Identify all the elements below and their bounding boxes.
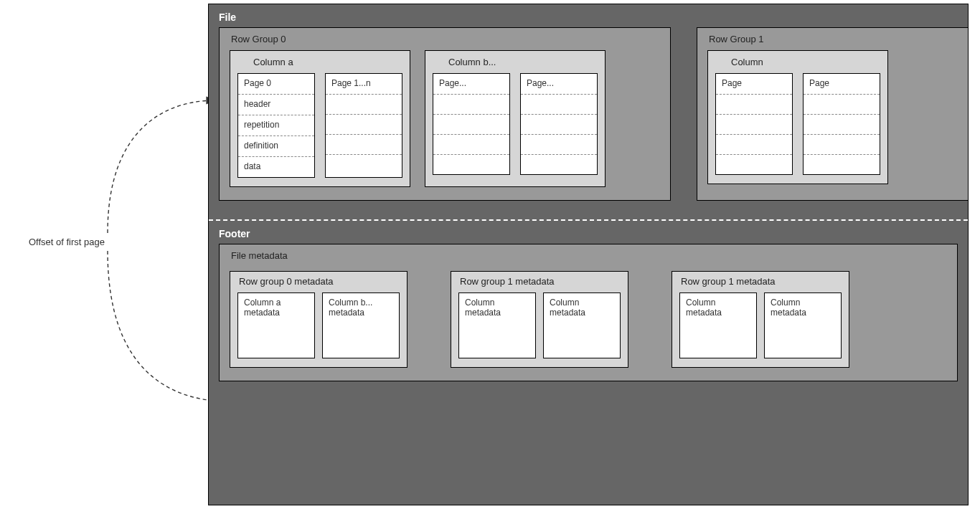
page-segment-header: header xyxy=(238,94,314,115)
column-title: Column a xyxy=(237,55,402,73)
column-a-metadata: Column a metadata xyxy=(237,292,315,358)
metadata-row: Row group 0 metadata Column a metadata C… xyxy=(230,271,947,368)
page-segment-repetition: repetition xyxy=(238,115,314,135)
page-segment xyxy=(521,94,597,114)
page-title: Page xyxy=(804,74,880,94)
page-segment xyxy=(804,154,880,174)
page-segment xyxy=(716,154,792,174)
pages-row: Page... Page... xyxy=(433,73,598,175)
page-segment xyxy=(716,114,792,134)
page-segment xyxy=(433,134,509,154)
page-segment xyxy=(716,134,792,154)
column-metadata-row: Column a metadata Column b... metadata xyxy=(237,292,400,358)
row-group-title: Row Group 1 xyxy=(707,31,958,50)
column: Column Page Page xyxy=(707,50,888,184)
row-group-metadata-title: Row group 1 metadata xyxy=(458,275,621,292)
columns-row: Column a Page 0 header repetition defini… xyxy=(230,50,660,187)
offset-annotation: Offset of first page xyxy=(29,237,143,247)
footer-label: Footer xyxy=(209,221,968,244)
column-metadata: Column metadata xyxy=(543,292,621,358)
columns-row: Column Page Page xyxy=(707,50,958,184)
column-metadata: Column metadata xyxy=(458,292,536,358)
page-segment xyxy=(433,114,509,134)
page-segment-definition: definition xyxy=(238,135,314,156)
page-title: Page... xyxy=(433,74,509,94)
pages-row: Page Page xyxy=(715,73,880,175)
page-segment xyxy=(433,94,509,114)
page-segment xyxy=(804,114,880,134)
column-metadata: Column metadata xyxy=(764,292,842,358)
page-title: Page 1...n xyxy=(326,74,402,94)
page-title: Page xyxy=(716,74,792,94)
column-b-metadata: Column b... metadata xyxy=(322,292,400,358)
file-body: Row Group 0 Column a Page 0 header repet… xyxy=(209,27,968,206)
row-group-title: Row Group 0 xyxy=(230,31,660,50)
page-segment xyxy=(716,94,792,114)
page: Page xyxy=(803,73,880,175)
page-segment xyxy=(326,154,402,174)
row-group-1-metadata-dup: Row group 1 metadata Column metadata Col… xyxy=(672,271,849,368)
row-group-metadata-title: Row group 0 metadata xyxy=(237,275,400,292)
column-metadata-row: Column metadata Column metadata xyxy=(458,292,621,358)
column-title: Column xyxy=(715,55,880,73)
page-segment xyxy=(804,94,880,114)
file-metadata: File metadata Row group 0 metadata Colum… xyxy=(219,244,958,381)
footer-body: File metadata Row group 0 metadata Colum… xyxy=(209,244,968,393)
file-container: File Row Group 0 Column a Page 0 header … xyxy=(208,4,969,505)
column-b: Column b... Page... Page... xyxy=(425,50,606,187)
page-title: Page 0 xyxy=(238,74,314,94)
pages-row: Page 0 header repetition definition data… xyxy=(237,73,402,178)
page-segment xyxy=(326,114,402,134)
page-segment xyxy=(326,134,402,154)
row-group-1: Row Group 1 Column Page xyxy=(697,27,968,201)
page: Page... xyxy=(520,73,598,175)
page-0: Page 0 header repetition definition data xyxy=(237,73,315,178)
page-segment-data: data xyxy=(238,156,314,177)
page-segment xyxy=(521,114,597,134)
page: Page xyxy=(715,73,793,175)
column-metadata: Column metadata xyxy=(679,292,757,358)
column-metadata-row: Column metadata Column metadata xyxy=(679,292,842,358)
column-a: Column a Page 0 header repetition defini… xyxy=(230,50,410,187)
page-segment xyxy=(804,134,880,154)
page-1n: Page 1...n xyxy=(325,73,402,178)
page-segment xyxy=(326,94,402,114)
row-group-0-metadata: Row group 0 metadata Column a metadata C… xyxy=(230,271,407,368)
column-title: Column b... xyxy=(433,55,598,73)
file-label: File xyxy=(209,4,968,27)
page-segment xyxy=(521,154,597,174)
page-segment xyxy=(433,154,509,174)
page: Page... xyxy=(433,73,510,175)
page-title: Page... xyxy=(521,74,597,94)
diagram-canvas: Offset of first page File Row Group 0 Co… xyxy=(0,0,980,509)
row-group-1-metadata: Row group 1 metadata Column metadata Col… xyxy=(451,271,628,368)
row-group-metadata-title: Row group 1 metadata xyxy=(679,275,842,292)
page-segment xyxy=(521,134,597,154)
row-group-0: Row Group 0 Column a Page 0 header repet… xyxy=(219,27,671,201)
file-metadata-title: File metadata xyxy=(230,247,947,271)
